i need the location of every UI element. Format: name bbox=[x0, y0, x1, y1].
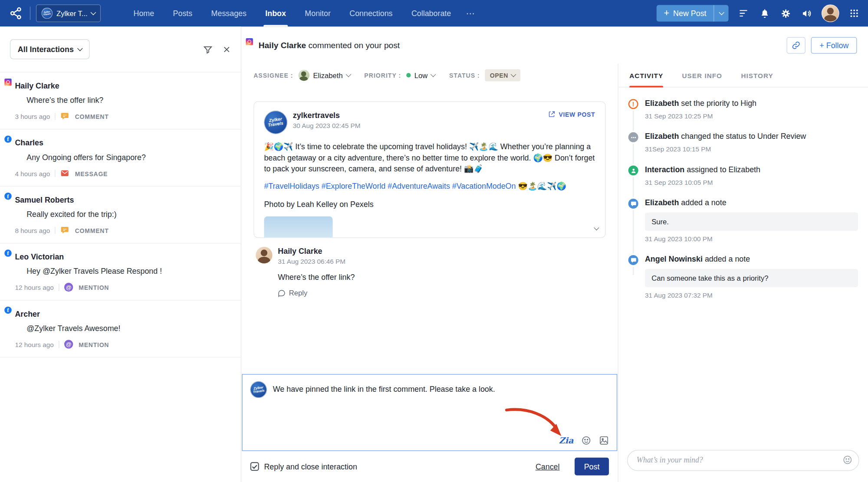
interaction-time: 12 hours ago bbox=[15, 341, 53, 348]
note-input[interactable] bbox=[627, 450, 859, 471]
interaction-author: Charles bbox=[15, 138, 43, 147]
view-post-link[interactable]: VIEW POST bbox=[548, 111, 595, 118]
interaction-detail: ASSIGNEE : Elizabeth PRIORITY : Low bbox=[241, 64, 618, 482]
close-icon[interactable] bbox=[223, 45, 231, 53]
assignee-label: ASSIGNEE : bbox=[253, 72, 293, 79]
interaction-type-icon: @ bbox=[64, 283, 74, 292]
zoho-social-logo[interactable] bbox=[8, 5, 24, 21]
comment-text: Where’s the offer link? bbox=[278, 273, 355, 282]
priority-dropdown[interactable]: Low bbox=[406, 71, 435, 79]
reply-close-checkbox[interactable] bbox=[250, 462, 259, 471]
announcement-icon[interactable] bbox=[800, 7, 812, 20]
zia-icon[interactable]: Zia bbox=[559, 436, 574, 446]
interaction-time: 3 hours ago bbox=[15, 113, 50, 121]
reply-input[interactable]: We have pinned the link in the first com… bbox=[273, 384, 609, 443]
filter-icon[interactable] bbox=[203, 45, 213, 54]
status-dropdown[interactable]: OPEN bbox=[485, 69, 520, 81]
copy-link-button[interactable] bbox=[787, 37, 806, 53]
divider bbox=[55, 170, 56, 177]
cancel-button[interactable]: Cancel bbox=[536, 462, 560, 471]
plus-icon: + bbox=[664, 8, 670, 17]
user-avatar[interactable] bbox=[822, 4, 839, 22]
activity-actor: Angel Nowinski bbox=[645, 255, 703, 263]
activity-event: ! Elizabeth changed the status to Under … bbox=[628, 132, 858, 154]
zylker-logo: ZylkerTravels bbox=[42, 8, 53, 19]
gear-icon[interactable] bbox=[779, 7, 792, 20]
emoji-icon[interactable] bbox=[581, 436, 591, 446]
interaction-author: Leo Victorian bbox=[15, 252, 64, 261]
app-window: ZylkerTravels Zylker T... Home Posts Mes… bbox=[0, 0, 868, 482]
interaction-message: @Zylker Travels Awesome! bbox=[26, 324, 231, 332]
nav-item[interactable]: Messages bbox=[202, 0, 256, 26]
top-navbar: ZylkerTravels Zylker T... Home Posts Mes… bbox=[0, 0, 868, 26]
activity-event-icon: ! bbox=[628, 165, 638, 175]
activity-time: 31 Sep 2023 10:05 PM bbox=[645, 179, 858, 187]
chevron-down-icon bbox=[346, 72, 352, 77]
activity-actor: Elizabeth bbox=[645, 98, 679, 107]
emoji-icon[interactable] bbox=[842, 455, 852, 465]
tab[interactable]: HISTORY bbox=[741, 64, 773, 87]
status-label: STATUS : bbox=[449, 72, 480, 79]
zylker-logo: ZylkerTravels bbox=[264, 111, 287, 134]
interactions-filter-dropdown[interactable]: All Interactions bbox=[10, 39, 90, 59]
brand-selector[interactable]: ZylkerTravels Zylker T... bbox=[36, 4, 101, 22]
interaction-message: Hey @Zylker Travels Please Respond ! bbox=[26, 267, 231, 275]
activity-time: 31 Sep 2023 10:25 PM bbox=[645, 112, 858, 120]
activity-time: 31 Aug 2023 07:32 PM bbox=[645, 292, 858, 299]
list-item[interactable]: Leo Victorian Hey @Zylker Travels Please… bbox=[0, 243, 241, 300]
activity-action: assigned to Elizabeth bbox=[687, 165, 760, 174]
activity-action: added a note bbox=[681, 198, 726, 207]
comment-date: 31 Aug 2023 06:46 PM bbox=[278, 258, 355, 266]
divider bbox=[59, 341, 59, 348]
activity-timeline: ! Elizabeth set the priority to High 3 bbox=[628, 98, 858, 299]
new-post-button[interactable]: + New Post bbox=[657, 5, 713, 21]
post-button[interactable]: Post bbox=[575, 458, 609, 475]
image-icon[interactable] bbox=[599, 436, 609, 446]
divider bbox=[55, 227, 56, 234]
nav-more-icon[interactable]: ⋯ bbox=[460, 8, 480, 18]
nav-item[interactable]: Collaborate bbox=[402, 0, 460, 26]
bell-icon[interactable] bbox=[758, 7, 770, 20]
apps-grid-icon[interactable] bbox=[848, 7, 860, 20]
interaction-type-label: MENTION bbox=[79, 284, 109, 291]
page-title: Haily Clarke commented on your post bbox=[259, 40, 400, 50]
nav-item[interactable]: Inbox bbox=[256, 0, 296, 26]
expand-post-chevron-icon[interactable] bbox=[592, 220, 601, 234]
nav-item[interactable]: Connections bbox=[340, 0, 402, 26]
interaction-type-icon: @ bbox=[64, 340, 74, 349]
interaction-type-label: COMMENT bbox=[75, 227, 109, 234]
composer-footer: Reply and close interaction Cancel Post bbox=[241, 451, 618, 482]
list-item[interactable]: Samuel Roberts Really excited for the tr… bbox=[0, 187, 241, 243]
activity-text: Interaction assigned to Elizabeth bbox=[645, 165, 858, 174]
activity-text: Angel Nowinski added a note bbox=[645, 255, 858, 264]
interaction-type-icon: @ bbox=[61, 226, 70, 235]
reply-close-label: Reply and close interaction bbox=[264, 462, 357, 471]
activity-action: changed the status to Under Review bbox=[681, 132, 806, 141]
reply-bubble-icon bbox=[278, 289, 286, 297]
interaction-header: Haily Clarke commented on your post + Fo… bbox=[241, 26, 868, 63]
activity-feed: ! Elizabeth set the priority to High 3 bbox=[618, 88, 868, 445]
list-item[interactable]: Haily Clarke Where’s the offer link? 3 h… bbox=[0, 72, 241, 129]
interaction-type-label: COMMENT bbox=[75, 113, 109, 120]
priority-label: PRIORITY : bbox=[364, 72, 401, 79]
nav-item[interactable]: Monitor bbox=[296, 0, 340, 26]
priority-low-dot bbox=[406, 73, 411, 77]
external-link-icon bbox=[548, 111, 556, 118]
tab[interactable]: ACTIVITY bbox=[629, 64, 663, 87]
activity-event-icon: ! bbox=[628, 199, 638, 209]
activity-actor: Elizabeth bbox=[645, 132, 679, 141]
queue-icon[interactable] bbox=[737, 7, 750, 20]
interaction-time: 12 hours ago bbox=[15, 284, 53, 292]
list-item[interactable]: Charles Any Ongoing offers for Singapore… bbox=[0, 129, 241, 186]
interaction-message: Any Ongoing offers for Singapore? bbox=[26, 153, 231, 161]
follow-button[interactable]: + Follow bbox=[811, 37, 857, 53]
new-post-dropdown[interactable] bbox=[713, 5, 728, 21]
reply-button[interactable]: Reply bbox=[278, 289, 355, 297]
assignee-dropdown[interactable]: Elizabeth bbox=[298, 70, 351, 81]
tab[interactable]: USER INFO bbox=[682, 64, 723, 87]
interaction-time: 4 hours ago bbox=[15, 170, 50, 177]
list-item[interactable]: Archer @Zylker Travels Awesome! 12 hours… bbox=[0, 301, 241, 357]
post-hashtags[interactable]: #TravelHolidays #ExploreTheWorld #Advent… bbox=[264, 181, 595, 190]
nav-item[interactable]: Home bbox=[124, 0, 164, 26]
nav-item[interactable]: Posts bbox=[164, 0, 202, 26]
